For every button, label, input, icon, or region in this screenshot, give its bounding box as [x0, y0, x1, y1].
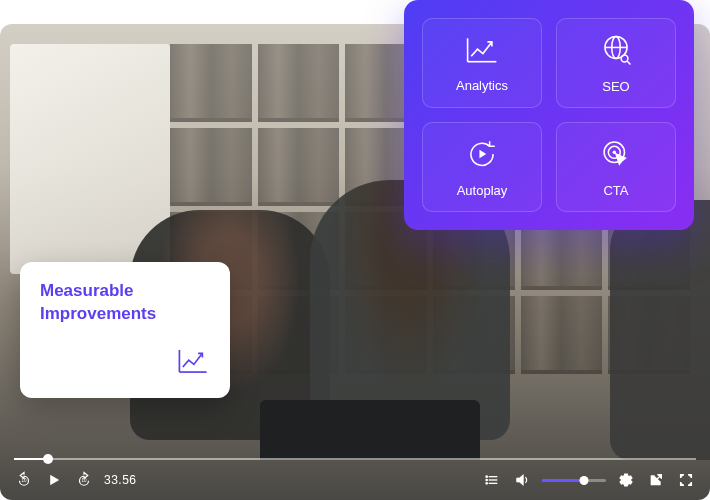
svg-point-7 — [486, 483, 487, 484]
feature-grid: Analytics SEO Autoplay — [404, 0, 694, 230]
svg-point-12 — [621, 55, 628, 62]
player-controls: 10 10 33.56 — [0, 444, 710, 500]
feature-label: Autoplay — [457, 183, 508, 198]
timecode: 33.56 — [104, 473, 137, 487]
svg-text:10: 10 — [81, 478, 87, 483]
trend-up-icon — [176, 346, 210, 380]
svg-point-5 — [486, 476, 487, 477]
feature-label: CTA — [603, 183, 628, 198]
feature-cta[interactable]: CTA — [556, 122, 676, 212]
progress-knob[interactable] — [43, 454, 53, 464]
measurable-improvements-card: Measurable Improvements — [20, 262, 230, 398]
svg-line-13 — [627, 61, 630, 64]
rewind-10-button[interactable]: 10 — [14, 470, 34, 490]
fullscreen-button[interactable] — [676, 470, 696, 490]
feature-analytics[interactable]: Analytics — [422, 18, 542, 108]
settings-button[interactable] — [616, 470, 636, 490]
volume-slider[interactable] — [542, 479, 606, 482]
seo-icon — [599, 33, 633, 71]
cta-icon — [599, 137, 633, 175]
feature-label: Analytics — [456, 78, 508, 93]
svg-point-6 — [486, 479, 487, 480]
scene-person — [610, 200, 710, 460]
share-button[interactable] — [646, 470, 666, 490]
analytics-icon — [464, 34, 500, 70]
feature-autoplay[interactable]: Autoplay — [422, 122, 542, 212]
progress-bar[interactable] — [14, 458, 696, 460]
card-title: Measurable Improvements — [40, 280, 210, 326]
feature-seo[interactable]: SEO — [556, 18, 676, 108]
playlist-button[interactable] — [482, 470, 502, 490]
feature-label: SEO — [602, 79, 629, 94]
svg-text:10: 10 — [21, 478, 27, 483]
autoplay-icon — [465, 137, 499, 175]
volume-knob[interactable] — [579, 476, 588, 485]
volume-button[interactable] — [512, 470, 532, 490]
play-button[interactable] — [44, 470, 64, 490]
forward-10-button[interactable]: 10 — [74, 470, 94, 490]
volume-fill — [542, 479, 584, 482]
